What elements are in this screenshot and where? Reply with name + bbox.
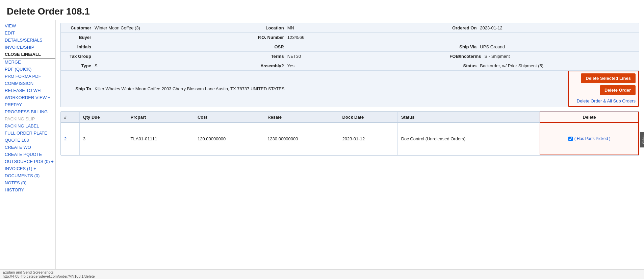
cell-resale: 1230.00000000 — [264, 122, 339, 155]
status-bar: Explain and Send Screenshots http://4-08… — [0, 269, 644, 279]
status-url: http://4-08-fifo.cetecerpdevel.com/order… — [3, 274, 95, 278]
sidebar-item-full-order-plate[interactable]: FULL ORDER PLATE — [3, 130, 55, 137]
cell-status: Doc Control (Unreleased Orders) — [397, 122, 540, 155]
order-lines-table-container: # Qty Due Prcpart Cost Resale Dock Date … — [60, 111, 639, 156]
osr-label: OSR — [257, 44, 284, 49]
col-qty-due: Qty Due — [79, 112, 127, 122]
order-info-box: Customer Winter Moon Coffee (3) Location… — [60, 23, 639, 107]
col-cost: Cost — [194, 112, 264, 122]
ordered-on-label: Ordered On — [449, 25, 476, 30]
help-tab[interactable]: Help — [640, 132, 644, 147]
buyer-label: Buyer — [64, 35, 91, 40]
sidebar-item-release-to-wh[interactable]: RELEASE TO WH — [3, 87, 55, 94]
sidebar-item-progress-billing[interactable]: PROGRESS BILLING — [3, 108, 55, 115]
cell-delete: ( Has Parts Picked ) — [540, 122, 639, 155]
sidebar-item-view[interactable]: VIEW — [3, 22, 55, 29]
sidebar-item-history[interactable]: HISTORY — [3, 186, 55, 193]
initials-label: Initials — [64, 44, 91, 49]
sidebar-item-packing-label[interactable]: PACKING LABEL — [3, 122, 55, 130]
sidebar-item-quote-108[interactable]: QUOTE 108 — [3, 137, 55, 144]
sidebar-item-workorder-view[interactable]: WORKORDER VIEW + — [3, 94, 55, 101]
action-panel: Delete Selected Lines Delete Order Delet… — [568, 71, 639, 107]
cell-cost: 120.00000000 — [194, 122, 264, 155]
sidebar-item-invoices[interactable]: INVOICES (1) + — [3, 165, 55, 172]
cell-prcpart: TLA01-01111 — [127, 122, 194, 155]
col-status: Status — [397, 112, 540, 122]
col-delete: Delete — [540, 112, 639, 122]
ship-via-label: Ship Via — [449, 44, 476, 49]
has-parts-label: ( Has Parts Picked ) — [574, 136, 611, 141]
table-row: 23TLA01-01111120.000000001230.0000000020… — [61, 122, 639, 155]
sidebar-item-prepay[interactable]: PREPAY — [3, 101, 55, 108]
assembly-label: Assembly? — [257, 63, 284, 68]
tax-group-label: Tax Group — [64, 54, 91, 59]
col-hash: # — [61, 112, 79, 122]
sidebar-item-pro-forma-pdf[interactable]: PRO FORMA PDF — [3, 73, 55, 80]
ordered-on-value: 2023-01-12 — [480, 25, 503, 30]
sidebar-item-merge[interactable]: MERGE — [3, 59, 55, 66]
sidebar-item-packing-slip: PACKING SLIP — [3, 115, 55, 122]
sidebar-item-notes[interactable]: NOTES (0) — [3, 179, 55, 186]
terms-label: Terms — [257, 54, 284, 59]
delete-checkbox[interactable] — [568, 137, 573, 141]
sidebar-item-create-wo[interactable]: CREATE WO — [3, 144, 55, 151]
delete-selected-lines-button[interactable]: Delete Selected Lines — [581, 73, 636, 83]
sidebar-item-outsource-pos[interactable]: OUTSOURCE POS (0) + — [3, 158, 55, 165]
sidebar-item-invoice-ship[interactable]: INVOICE/SHIP — [3, 44, 55, 51]
sidebar-item-edit[interactable]: EDIT — [3, 29, 55, 37]
location-label: Location — [257, 25, 284, 30]
cell-dock-date: 2023-01-12 — [339, 122, 397, 155]
cell-qty-due: 3 — [79, 122, 127, 155]
sidebar-item-documents[interactable]: DOCUMENTS (0) — [3, 172, 55, 179]
ship-to-label: Ship To — [64, 86, 91, 91]
order-lines-table: # Qty Due Prcpart Cost Resale Dock Date … — [61, 112, 639, 155]
ship-via-value: UPS Ground — [480, 44, 505, 49]
delete-order-all-sub-link[interactable]: Delete Order & All Sub Orders — [577, 97, 636, 104]
sidebar: VIEWEDITDETAILS/SERIALSINVOICE/SHIPCLOSE… — [0, 20, 56, 279]
cell-id[interactable]: 2 — [61, 122, 79, 155]
ship-to-value: Killer Whales Winter Moon Coffee 2003 Ch… — [95, 86, 285, 91]
table-header-row: # Qty Due Prcpart Cost Resale Dock Date … — [61, 112, 639, 122]
type-value: S — [95, 63, 98, 68]
assembly-value: Yes — [287, 63, 294, 68]
status-explain: Explain and Send Screenshots — [3, 270, 53, 274]
status-label: Status — [449, 63, 476, 68]
status-value: Backorder, w/ Prior Shipment (5) — [480, 63, 543, 68]
type-label: Type — [64, 63, 91, 68]
main-content: Customer Winter Moon Coffee (3) Location… — [56, 20, 644, 279]
terms-value: NET30 — [287, 54, 301, 59]
sidebar-item-close-line-all[interactable]: CLOSE LINE/ALL — [3, 51, 55, 59]
location-value: MN — [287, 25, 294, 30]
sidebar-item-details-serials[interactable]: DETAILS/SERIALS — [3, 37, 55, 44]
sidebar-item-commission[interactable]: COMMISSION — [3, 80, 55, 87]
po-number-value: 1234566 — [287, 35, 305, 40]
po-number-label: P.O. Number — [257, 35, 284, 40]
fob-value: S - Shipment — [485, 54, 510, 59]
col-resale: Resale — [264, 112, 339, 122]
sidebar-item-create-pquote[interactable]: CREATE PQUOTE — [3, 151, 55, 158]
customer-value: Winter Moon Coffee (3) — [95, 25, 140, 30]
col-prcpart: Prcpart — [127, 112, 194, 122]
page-title: Delete Order 108.1 — [0, 0, 644, 20]
col-dock-date: Dock Date — [339, 112, 397, 122]
fob-label: FOB/Incoterms — [449, 54, 481, 59]
delete-order-button[interactable]: Delete Order — [600, 85, 636, 95]
sidebar-item-pdf-quick[interactable]: PDF (QUICK) — [3, 66, 55, 73]
customer-label: Customer — [64, 25, 91, 30]
